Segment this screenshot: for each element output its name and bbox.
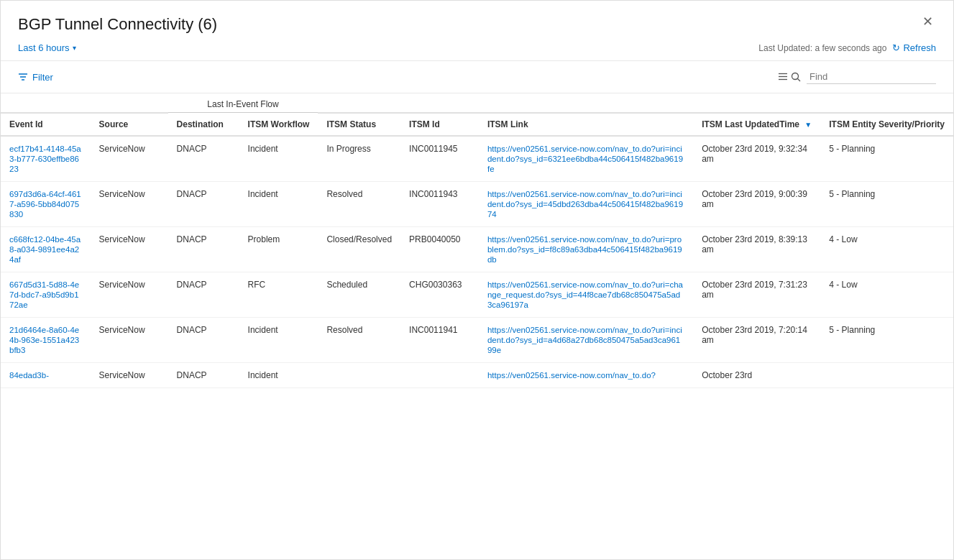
cell-itsm_workflow: Incident — [239, 181, 318, 226]
last-updated-section: Last Updated: a few seconds ago ↻ Refres… — [758, 42, 936, 53]
empty-group-header-right — [318, 93, 953, 113]
cell-destination: DNACP — [168, 226, 239, 272]
cell-itsm_status: Scheduled — [318, 272, 400, 317]
cell-itsm_last_updated: October 23rd — [693, 362, 820, 387]
cell-source: ServiceNow — [91, 317, 168, 362]
refresh-label: Refresh — [903, 42, 936, 53]
th-itsm-last-updated[interactable]: ITSM Last UpdatedTime ▼ — [693, 113, 820, 136]
cell-destination: DNACP — [168, 362, 239, 387]
time-filter-label: Last 6 hours — [18, 42, 70, 53]
modal-header: BGP Tunnel Connectivity (6) ✕ Last 6 hou… — [1, 1, 953, 61]
cell-itsm_workflow: Problem — [239, 226, 318, 272]
th-itsm-id: ITSM Id — [400, 113, 479, 136]
cell-itsm_workflow: Incident — [239, 362, 318, 387]
cell-source: ServiceNow — [91, 362, 168, 387]
chevron-down-icon: ▾ — [73, 44, 76, 52]
cell-itsm_id: INC0011943 — [400, 181, 479, 226]
cell-itsm_link[interactable]: https://ven02561.service-now.com/nav_to.… — [479, 272, 693, 317]
table-row: 697d3d6a-64cf-4617-a596-5bb84d075830Serv… — [1, 181, 953, 226]
search-menu-button[interactable] — [778, 72, 801, 82]
cell-event_id[interactable]: 84edad3b- — [1, 362, 91, 387]
cell-source: ServiceNow — [91, 181, 168, 226]
toolbar: Filter — [1, 61, 953, 93]
cell-itsm_id: INC0011941 — [400, 317, 479, 362]
cell-itsm_workflow: Incident — [239, 136, 318, 182]
svg-line-7 — [798, 79, 801, 82]
filter-label: Filter — [32, 72, 53, 83]
cell-destination: DNACP — [168, 136, 239, 182]
modal-container: BGP Tunnel Connectivity (6) ✕ Last 6 hou… — [0, 0, 954, 560]
refresh-button[interactable]: ↻ Refresh — [892, 42, 936, 53]
last-updated-text: Last Updated: a few seconds ago — [758, 43, 886, 53]
cell-itsm_last_updated: October 23rd 2019, 9:32:34 am — [693, 136, 820, 182]
empty-group-header — [1, 93, 168, 113]
cell-source: ServiceNow — [91, 136, 168, 182]
th-source: Source — [91, 113, 168, 136]
cell-event_id[interactable]: 21d6464e-8a60-4e4b-963e-1551a423bfb3 — [1, 317, 91, 362]
cell-itsm_entity: 4 - Low — [820, 272, 953, 317]
cell-event_id[interactable]: ecf17b41-4148-45a3-b777-630effbe8623 — [1, 136, 91, 182]
filter-button[interactable]: Filter — [18, 72, 53, 83]
cell-itsm_status: In Progress — [318, 136, 400, 182]
table-row: 84edad3b-ServiceNowDNACPIncidenthttps://… — [1, 362, 953, 387]
cell-itsm_id — [400, 362, 479, 387]
search-area — [778, 70, 936, 84]
cell-itsm_id: PRB0040050 — [400, 226, 479, 272]
cell-source: ServiceNow — [91, 272, 168, 317]
cell-itsm_entity: 5 - Planning — [820, 136, 953, 182]
sort-desc-icon: ▼ — [804, 121, 812, 129]
cell-itsm_entity: 5 - Planning — [820, 317, 953, 362]
data-table: Last In-Event Flow Event Id Source Desti… — [1, 93, 953, 388]
cell-destination: DNACP — [168, 181, 239, 226]
table-container[interactable]: Last In-Event Flow Event Id Source Desti… — [1, 93, 953, 388]
modal-title: BGP Tunnel Connectivity (6) — [18, 15, 217, 34]
cell-itsm_status: Resolved — [318, 317, 400, 362]
cell-itsm_link[interactable]: https://ven02561.service-now.com/nav_to.… — [479, 136, 693, 182]
cell-itsm_status: Resolved — [318, 181, 400, 226]
th-event-id: Event Id — [1, 113, 91, 136]
table-row: ecf17b41-4148-45a3-b777-630effbe8623Serv… — [1, 136, 953, 182]
column-headers-row: Event Id Source Destination ITSM Workflo… — [1, 113, 953, 136]
cell-itsm_link[interactable]: https://ven02561.service-now.com/nav_to.… — [479, 181, 693, 226]
cell-itsm_workflow: Incident — [239, 317, 318, 362]
cell-destination: DNACP — [168, 317, 239, 362]
cell-itsm_id: INC0011945 — [400, 136, 479, 182]
cell-destination: DNACP — [168, 272, 239, 317]
cell-itsm_status: Closed/Resolved — [318, 226, 400, 272]
cell-event_id[interactable]: 697d3d6a-64cf-4617-a596-5bb84d075830 — [1, 181, 91, 226]
table-body: ecf17b41-4148-45a3-b777-630effbe8623Serv… — [1, 136, 953, 388]
search-input[interactable] — [807, 70, 936, 84]
cell-itsm_link[interactable]: https://ven02561.service-now.com/nav_to.… — [479, 362, 693, 387]
close-button[interactable]: ✕ — [919, 12, 936, 31]
cell-itsm_link[interactable]: https://ven02561.service-now.com/nav_to.… — [479, 226, 693, 272]
svg-point-6 — [792, 73, 799, 80]
cell-itsm_link[interactable]: https://ven02561.service-now.com/nav_to.… — [479, 317, 693, 362]
cell-itsm_last_updated: October 23rd 2019, 7:31:23 am — [693, 272, 820, 317]
cell-itsm_last_updated: October 23rd 2019, 8:39:13 am — [693, 226, 820, 272]
cell-itsm_last_updated: October 23rd 2019, 9:00:39 am — [693, 181, 820, 226]
table-row: 21d6464e-8a60-4e4b-963e-1551a423bfb3Serv… — [1, 317, 953, 362]
subheader-row: Last 6 hours ▾ Last Updated: a few secon… — [18, 42, 936, 60]
cell-itsm_status — [318, 362, 400, 387]
th-itsm-link: ITSM Link — [479, 113, 693, 136]
table-row: c668fc12-04be-45a8-a034-9891ee4a24afServ… — [1, 226, 953, 272]
modal-title-row: BGP Tunnel Connectivity (6) ✕ — [18, 15, 936, 34]
cell-itsm_id: CHG0030363 — [400, 272, 479, 317]
refresh-icon: ↻ — [892, 42, 900, 53]
filter-icon — [18, 72, 28, 82]
time-filter-button[interactable]: Last 6 hours ▾ — [18, 42, 76, 53]
th-itsm-workflow: ITSM Workflow — [239, 113, 318, 136]
cell-itsm_entity — [820, 362, 953, 387]
table-row: 667d5d31-5d88-4e7d-bdc7-a9b5d9b172aeServ… — [1, 272, 953, 317]
cell-itsm_entity: 5 - Planning — [820, 181, 953, 226]
th-destination: Destination — [168, 113, 239, 136]
cell-event_id[interactable]: c668fc12-04be-45a8-a034-9891ee4a24af — [1, 226, 91, 272]
th-itsm-entity: ITSM Entity Severity/Priority — [820, 113, 953, 136]
cell-itsm_last_updated: October 23rd 2019, 7:20:14 am — [693, 317, 820, 362]
cell-source: ServiceNow — [91, 226, 168, 272]
menu-icon — [778, 72, 788, 82]
cell-itsm_entity: 4 - Low — [820, 226, 953, 272]
th-itsm-status: ITSM Status — [318, 113, 400, 136]
cell-event_id[interactable]: 667d5d31-5d88-4e7d-bdc7-a9b5d9b172ae — [1, 272, 91, 317]
cell-itsm_workflow: RFC — [239, 272, 318, 317]
